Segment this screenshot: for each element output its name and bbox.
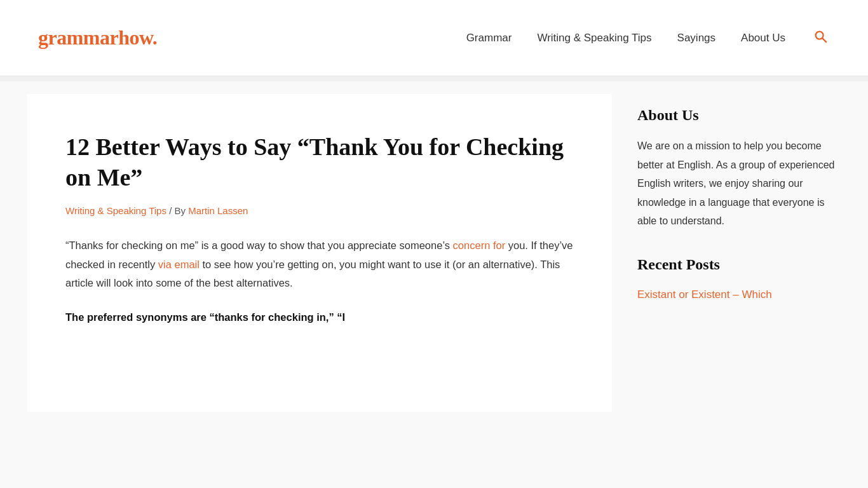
sidebar: About Us We are on a mission to help you… [637, 94, 841, 412]
sidebar-recent-posts-section: Recent Posts Existant or Existent – Whic… [637, 256, 841, 303]
nav-item-writing[interactable]: Writing & Speaking Tips [537, 32, 651, 44]
subheader-divider [0, 76, 868, 81]
article-paragraph-2: The preferred synonyms are “thanks for c… [65, 308, 574, 327]
sidebar-about-section: About Us We are on a mission to help you… [637, 107, 841, 231]
main-nav: Grammar Writing & Speaking Tips Sayings … [466, 27, 830, 50]
via-email-link[interactable]: via email [158, 259, 200, 270]
sidebar-about-text: We are on a mission to help you become b… [637, 137, 841, 231]
search-button[interactable] [811, 27, 830, 50]
sidebar-recent-posts-heading: Recent Posts [637, 256, 841, 273]
logo-dot: . [153, 26, 158, 49]
nav-item-sayings[interactable]: Sayings [677, 32, 715, 44]
article-title: 12 Better Ways to Say “Thank You for Che… [65, 132, 574, 193]
logo-text: grammarhow [38, 26, 153, 49]
svg-line-1 [822, 38, 826, 42]
para1-text-start: “Thanks for checking on me” is a good wa… [65, 240, 453, 251]
site-header: grammarhow. Grammar Writing & Speaking T… [0, 0, 868, 76]
nav-item-about[interactable]: About Us [741, 32, 785, 44]
concern-for-link[interactable]: concern for [453, 240, 506, 251]
article-author-link[interactable]: Martin Lassen [188, 205, 248, 216]
site-logo[interactable]: grammarhow. [38, 26, 157, 50]
search-icon [813, 29, 827, 43]
article-category-link[interactable]: Writing & Speaking Tips [65, 205, 166, 216]
meta-separator: / By [166, 205, 188, 216]
nav-item-grammar[interactable]: Grammar [466, 32, 512, 44]
main-container: 12 Better Ways to Say “Thank You for Che… [8, 81, 860, 424]
sidebar-about-heading: About Us [637, 107, 841, 124]
article-meta: Writing & Speaking Tips / By Martin Lass… [65, 205, 574, 216]
recent-post-link-1[interactable]: Existant or Existent – Which [637, 288, 772, 301]
article-paragraph-1: “Thanks for checking on me” is a good wa… [65, 236, 574, 293]
article-area: 12 Better Ways to Say “Thank You for Che… [27, 94, 612, 412]
para2-bold: The preferred synonyms are “thanks for c… [65, 311, 345, 323]
article-body: “Thanks for checking on me” is a good wa… [65, 236, 574, 327]
